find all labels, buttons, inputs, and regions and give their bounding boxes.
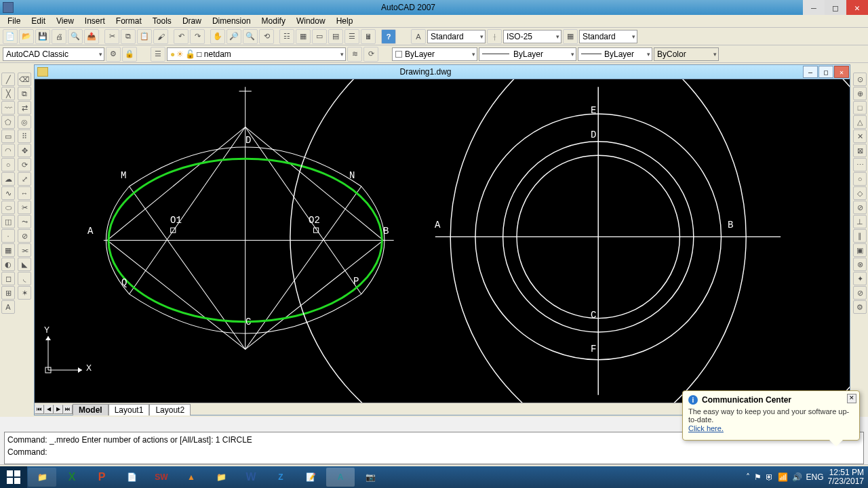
tray-chevron-icon[interactable]: ˄: [746, 472, 750, 482]
zoom-rt-icon[interactable]: 🔎: [226, 29, 241, 44]
taskbar-autocad-icon[interactable]: A: [326, 468, 355, 487]
table-style-dropdown[interactable]: Standard: [579, 30, 637, 43]
menu-window[interactable]: Window: [292, 16, 330, 26]
properties-icon[interactable]: ☷: [279, 29, 294, 44]
erase-icon[interactable]: ⌫: [18, 73, 31, 86]
menu-tools[interactable]: Tools: [148, 16, 176, 26]
dimstyle-icon[interactable]: ⟊: [487, 29, 502, 44]
cut-icon[interactable]: ✂: [104, 29, 119, 44]
osnap-end-icon[interactable]: □: [853, 101, 867, 115]
osnap-quad-icon[interactable]: ◇: [853, 186, 867, 200]
point-icon[interactable]: ·: [1, 229, 15, 243]
color-dropdown[interactable]: ByLayer: [392, 47, 477, 61]
doc-minimize-button[interactable]: —: [803, 66, 818, 78]
taskbar-matlab-icon[interactable]: ▲: [177, 468, 205, 487]
menu-edit[interactable]: Edit: [26, 16, 50, 26]
help-icon[interactable]: ?: [381, 29, 396, 44]
text-style-dropdown[interactable]: Standard: [427, 30, 486, 43]
stretch-icon[interactable]: ↔: [18, 186, 31, 200]
array-icon[interactable]: ⠿: [18, 129, 31, 143]
join-icon[interactable]: ⫘: [18, 243, 31, 257]
tab-last-button[interactable]: ⏭: [63, 405, 73, 414]
tray-security-icon[interactable]: ⛨: [766, 472, 774, 482]
copy-icon[interactable]: ⧉: [121, 29, 136, 44]
osnap-cen-icon[interactable]: ○: [853, 172, 867, 186]
drawing-canvas[interactable]: A B C D M N P Q O1 O2 A B C D E F: [35, 79, 850, 403]
fillet-icon[interactable]: ◟: [18, 272, 31, 285]
pan-icon[interactable]: ✋: [210, 29, 225, 44]
osnap-node-icon[interactable]: ⊗: [853, 258, 867, 271]
zoom-win-icon[interactable]: 🔍: [243, 29, 258, 44]
menu-draw[interactable]: Draw: [178, 16, 206, 26]
polygon-icon[interactable]: ⬠: [1, 115, 15, 129]
doc-close-button[interactable]: ✕: [834, 66, 849, 78]
redo-icon[interactable]: ↷: [190, 29, 205, 44]
taskbar-word-icon[interactable]: W: [237, 468, 265, 487]
circle-icon[interactable]: ○: [1, 158, 15, 171]
textstyle-icon[interactable]: A: [411, 29, 426, 44]
doc-maximize-button[interactable]: □: [818, 66, 833, 78]
zoom-prev-icon[interactable]: ⟲: [259, 29, 274, 44]
preview-icon[interactable]: 🔍: [68, 29, 83, 44]
mirror-icon[interactable]: ⇄: [18, 101, 31, 115]
dc-icon[interactable]: ▦: [296, 29, 311, 44]
layer-dropdown[interactable]: ● ☀ 🔓 □ netdam: [167, 47, 346, 61]
explode-icon[interactable]: ✶: [18, 286, 31, 300]
sheet-set-icon[interactable]: ▤: [328, 29, 343, 44]
layer-state-icon[interactable]: ⟳: [363, 47, 378, 62]
taskbar-fileexplorer-icon[interactable]: 📁: [207, 468, 235, 487]
commcenter-close-button[interactable]: ✕: [847, 394, 856, 403]
taskbar-notepad-icon[interactable]: 📝: [296, 468, 325, 487]
markup-icon[interactable]: ☰: [344, 29, 359, 44]
taskbar-foxit-icon[interactable]: 📄: [117, 468, 146, 487]
tab-model[interactable]: Model: [73, 404, 108, 415]
taskbar-camera-icon[interactable]: 📷: [356, 468, 384, 487]
paste-icon[interactable]: 📋: [137, 29, 152, 44]
region-icon[interactable]: ◻: [1, 272, 15, 285]
spline-icon[interactable]: ∿: [1, 186, 15, 200]
menu-dimension[interactable]: Dimension: [208, 16, 256, 26]
gradient-icon[interactable]: ◐: [1, 258, 15, 271]
close-button[interactable]: ✕: [846, 0, 868, 15]
move-icon[interactable]: ✥: [18, 144, 31, 157]
save-icon[interactable]: 💾: [35, 29, 50, 44]
new-icon[interactable]: 📄: [3, 29, 18, 44]
plot-icon[interactable]: 🖨: [52, 29, 66, 44]
arc-icon[interactable]: ◠: [1, 144, 15, 157]
pline-icon[interactable]: 〰: [1, 101, 15, 115]
trim-icon[interactable]: ✂: [18, 201, 31, 214]
tab-prev-button[interactable]: ◀: [44, 405, 54, 414]
tray-clock[interactable]: 12:51 PM 7/23/2017: [828, 468, 864, 486]
match-icon[interactable]: 🖌: [153, 29, 168, 44]
menu-help[interactable]: Help: [332, 16, 358, 26]
menu-insert[interactable]: Insert: [80, 16, 110, 26]
menu-file[interactable]: File: [3, 16, 25, 26]
osnap-ins-icon[interactable]: ▣: [853, 243, 867, 257]
tab-first-button[interactable]: ⏮: [35, 405, 44, 414]
extend-icon[interactable]: ⤳: [18, 215, 31, 228]
rotate-icon[interactable]: ⟳: [18, 158, 31, 171]
osnap-near-icon[interactable]: ✦: [853, 272, 867, 285]
workspace-dropdown[interactable]: AutoCAD Classic: [3, 47, 104, 61]
table-icon[interactable]: ⊞: [1, 286, 15, 300]
ellipse-icon[interactable]: ⬭: [1, 201, 15, 214]
osnap-from-icon[interactable]: ⊕: [853, 87, 867, 100]
linetype-dropdown[interactable]: ByLayer: [479, 47, 576, 61]
calc-icon[interactable]: 🖩: [361, 29, 376, 44]
taskbar-powerpoint-icon[interactable]: P: [87, 468, 116, 487]
xline-icon[interactable]: ╳: [1, 87, 15, 100]
taskbar-solidworks-icon[interactable]: SW: [147, 468, 176, 487]
hatch-icon[interactable]: ▦: [1, 243, 15, 257]
menu-format[interactable]: Format: [111, 16, 146, 26]
lineweight-dropdown[interactable]: ByLayer: [578, 47, 652, 61]
osnap-appint-icon[interactable]: ⊠: [853, 144, 867, 157]
start-button[interactable]: [0, 466, 27, 488]
rectangle-icon[interactable]: ▭: [1, 129, 15, 143]
menu-modify[interactable]: Modify: [257, 16, 290, 26]
maximize-button[interactable]: □: [825, 0, 846, 15]
tablestyle-icon[interactable]: ▦: [563, 29, 578, 44]
plotstyle-dropdown[interactable]: ByColor: [654, 47, 719, 61]
osnap-par-icon[interactable]: ∥: [853, 229, 867, 243]
osnap-perp-icon[interactable]: ⊥: [853, 215, 867, 228]
taskbar-explorer-icon[interactable]: 📁: [28, 468, 56, 487]
